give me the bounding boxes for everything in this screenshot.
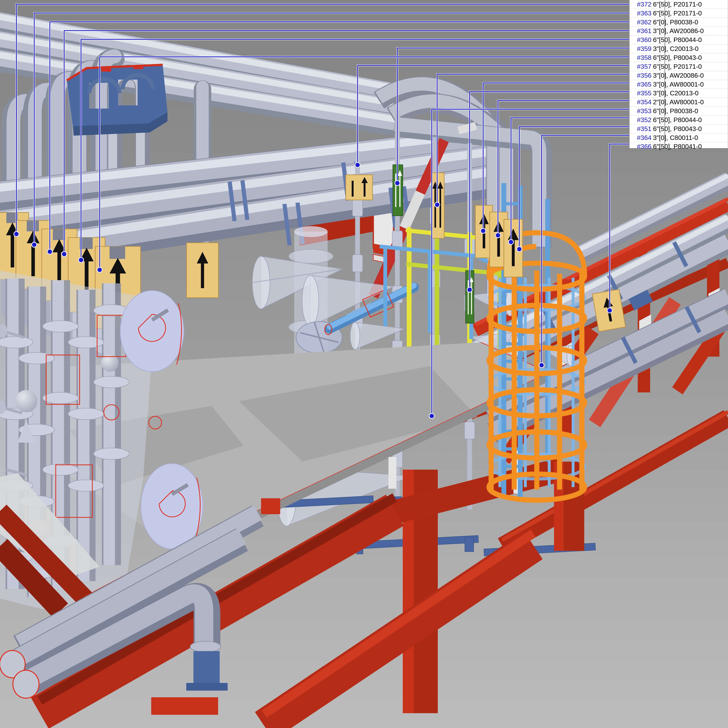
annotation-row[interactable]: #3626"[0], P80038-0	[629, 18, 728, 27]
handwheel-disc	[141, 463, 203, 549]
annotation-id[interactable]: #362	[629, 18, 652, 26]
annotation-row[interactable]: #3516"[50], P80043-0	[629, 124, 728, 133]
leader-anchor-dot	[517, 246, 522, 252]
annotation-row[interactable]: #3542"[0], AW80001-0	[629, 98, 728, 107]
annotation-id[interactable]: #352	[629, 116, 652, 124]
annotation-text: 6"[50], P80044-0	[653, 36, 702, 44]
annotation-text: 2"[0], AW80001-0	[653, 98, 704, 106]
annotation-text: 6"[50], P20171-0	[653, 1, 702, 8]
leader-anchor-dot	[32, 242, 37, 247]
annotation-text: 3"[0], AW80001-0	[653, 81, 704, 88]
annotation-row[interactable]: #3563"[0], AW20086-0	[629, 71, 728, 80]
annotation-text: 6"[50], P80044-0	[653, 116, 702, 124]
annotation-id[interactable]: #353	[629, 107, 652, 115]
leader-anchor-dot	[97, 267, 102, 272]
leader-anchor-dot	[467, 287, 472, 292]
annotation-text: 3"[0], AW20086-0	[653, 27, 704, 35]
leader-anchor-dot	[355, 162, 360, 167]
annotation-id[interactable]: #366	[629, 143, 652, 150]
annotation-id[interactable]: #364	[629, 134, 652, 142]
annotation-text: 6"[0], P80038-0	[653, 107, 698, 115]
leader-anchor-dot	[496, 233, 500, 238]
annotation-row[interactable]: #3526"[50], P80044-0	[629, 116, 728, 124]
leader-anchor-dot	[78, 257, 84, 263]
3d-viewport[interactable]	[0, 0, 728, 728]
annotation-label-panel: #3726"[50], P20171-0#3636"[50], P20171-0…	[629, 0, 728, 148]
annotation-text: 3"[0], C20013-0	[653, 89, 699, 97]
annotation-id[interactable]: #372	[629, 1, 652, 8]
annotation-row[interactable]: #3613"[0], AW20086-0	[629, 27, 728, 36]
annotation-row[interactable]: #3553"[0], C20013-0	[629, 89, 728, 98]
annotation-row[interactable]: #3636"[50], P20171-0	[629, 9, 728, 18]
leader-anchor-dot	[480, 228, 486, 233]
annotation-text: 6"[50], P20171-0	[653, 9, 702, 17]
annotation-id[interactable]: #356	[629, 72, 652, 79]
leader-anchor-dot	[61, 252, 67, 257]
annotation-text: 3"[0], C80011-0	[653, 134, 698, 142]
annotation-id[interactable]: #357	[629, 63, 652, 70]
annotation-text: 6"[50], P80043-0	[653, 54, 702, 61]
annotation-text: 6"[50], P80043-0	[653, 125, 702, 133]
annotation-row[interactable]: #3653"[0], AW80001-0	[629, 80, 728, 89]
leader-anchor-dot	[434, 202, 440, 207]
annotation-row[interactable]: #3606"[50], P80044-0	[629, 35, 728, 44]
annotation-id[interactable]: #360	[629, 36, 652, 44]
leader-anchor-dot	[47, 249, 52, 254]
leader-anchor-dot	[539, 362, 544, 368]
flow-marker-tan	[346, 175, 373, 200]
annotation-id[interactable]: #361	[629, 27, 652, 35]
annotation-id[interactable]: #359	[629, 45, 652, 52]
annotation-row[interactable]: #3576"[50], P20171-0	[629, 62, 728, 71]
leader-anchor-dot	[395, 180, 400, 186]
annotation-text: 6"[50], P80041-0	[653, 143, 702, 150]
annotation-text: 3"[0], C20013-0	[653, 45, 699, 52]
annotation-text: 3"[0], AW20086-0	[653, 72, 704, 79]
cad-app-window: #3726"[50], P20171-0#3636"[50], P20171-0…	[0, 0, 728, 728]
leader-anchor-dot	[607, 308, 612, 313]
annotation-row[interactable]: #3586"[50], P80043-0	[629, 54, 728, 62]
leader-anchor-dot	[429, 413, 434, 419]
annotation-row[interactable]: #3666"[50], P80041-0	[629, 142, 728, 151]
annotation-id[interactable]: #354	[629, 98, 652, 106]
annotation-row[interactable]: #3643"[0], C80011-0	[629, 133, 728, 142]
annotation-id[interactable]: #363	[629, 9, 652, 17]
annotation-id[interactable]: #358	[629, 54, 652, 61]
leader-anchor-dot	[508, 239, 514, 245]
annotation-id[interactable]: #351	[629, 125, 652, 133]
pipe-support-bracket	[67, 65, 167, 136]
leader-anchor-dot	[14, 231, 19, 237]
annotation-text: 6"[0], P80038-0	[653, 18, 698, 26]
annotation-row[interactable]: #3536"[0], P80038-0	[629, 107, 728, 116]
annotation-id[interactable]: #365	[629, 81, 652, 88]
handwheel-disc	[120, 291, 184, 372]
annotation-text: 6"[50], P20171-0	[653, 63, 702, 70]
annotation-row[interactable]: #3593"[0], C20013-0	[629, 44, 728, 54]
annotation-row[interactable]: #3726"[50], P20171-0	[629, 0, 728, 9]
annotation-id[interactable]: #355	[629, 89, 652, 97]
flow-marker-tan	[187, 243, 219, 298]
